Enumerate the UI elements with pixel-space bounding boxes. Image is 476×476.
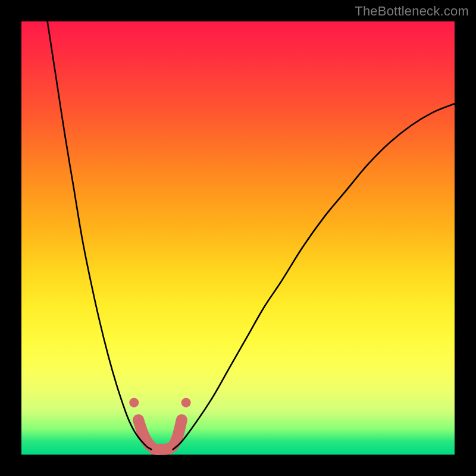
plot-area — [21, 21, 455, 455]
bottleneck-curve-right — [173, 104, 455, 449]
watermark-text: TheBottleneck.com — [355, 4, 469, 19]
valley-dot-right — [181, 398, 191, 408]
bottleneck-curve-left — [48, 21, 152, 449]
valley-dot-left — [129, 398, 139, 408]
chart-frame: TheBottleneck.com — [0, 0, 476, 476]
curve-svg — [21, 21, 455, 455]
